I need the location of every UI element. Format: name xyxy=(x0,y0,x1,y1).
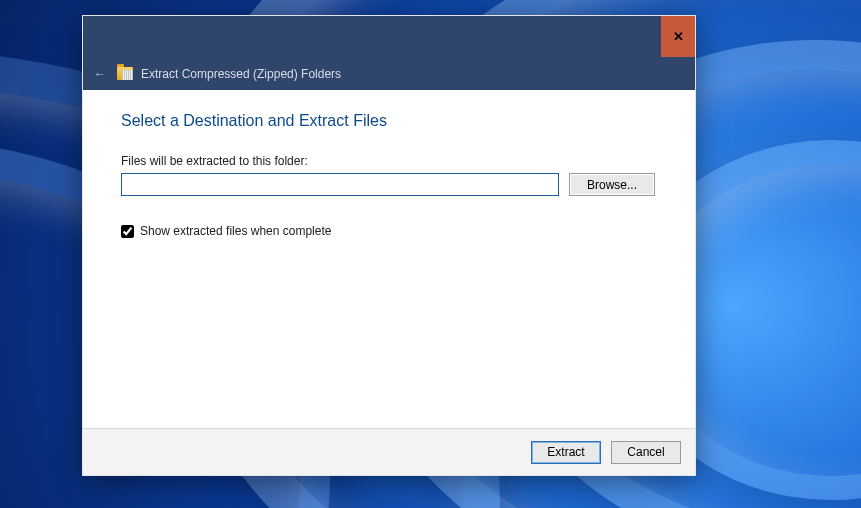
extract-button[interactable]: Extract xyxy=(531,441,601,464)
extract-dialog: ✕ ← Extract Compressed (Zipped) Folders … xyxy=(82,15,696,476)
page-heading: Select a Destination and Extract Files xyxy=(121,112,657,130)
desktop-background: ✕ ← Extract Compressed (Zipped) Folders … xyxy=(0,0,861,508)
dialog-footer: Extract Cancel xyxy=(83,428,695,475)
titlebar[interactable]: ✕ xyxy=(83,16,695,57)
browse-button[interactable]: Browse... xyxy=(569,173,655,196)
dialog-title: Extract Compressed (Zipped) Folders xyxy=(141,67,341,81)
dialog-body: Select a Destination and Extract Files F… xyxy=(83,90,695,428)
close-icon: ✕ xyxy=(673,29,684,44)
header-bar: ← Extract Compressed (Zipped) Folders xyxy=(83,57,695,90)
cancel-button[interactable]: Cancel xyxy=(611,441,681,464)
destination-row: Browse... xyxy=(121,173,657,196)
destination-label: Files will be extracted to this folder: xyxy=(121,154,657,168)
show-files-label: Show extracted files when complete xyxy=(140,224,331,238)
show-files-checkbox[interactable] xyxy=(121,225,134,238)
zipped-folder-icon xyxy=(117,67,133,80)
destination-input[interactable] xyxy=(121,173,559,196)
close-button[interactable]: ✕ xyxy=(661,16,695,57)
back-arrow-icon: ← xyxy=(94,67,106,81)
back-button[interactable]: ← xyxy=(91,65,109,83)
show-files-row[interactable]: Show extracted files when complete xyxy=(121,224,657,238)
